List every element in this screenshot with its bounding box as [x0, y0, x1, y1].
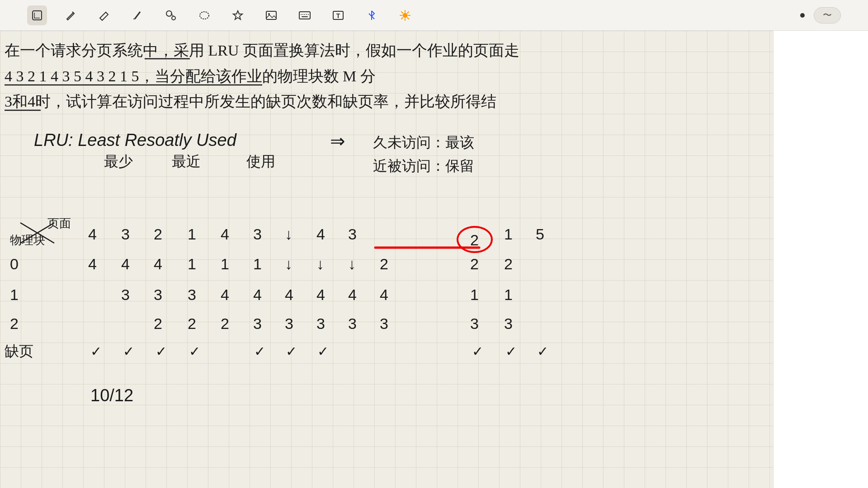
wave-icon: 〜 [823, 9, 832, 21]
selection-tool-button[interactable] [27, 5, 47, 25]
svg-line-23 [407, 12, 409, 13]
svg-rect-5 [266, 11, 276, 19]
svg-marker-4 [233, 11, 242, 19]
lasso-tool-button[interactable] [194, 5, 214, 25]
svg-rect-7 [299, 12, 310, 19]
pen-tool-button[interactable] [61, 5, 80, 25]
svg-text:T: T [336, 12, 340, 19]
svg-rect-0 [33, 11, 42, 20]
svg-line-21 [401, 12, 403, 13]
highlighter-tool-button[interactable] [127, 5, 147, 25]
svg-line-24 [401, 18, 403, 19]
keyboard-tool-button[interactable] [295, 5, 315, 25]
eraser-tool-button[interactable] [94, 5, 114, 25]
grid-background [0, 31, 868, 488]
svg-point-3 [200, 12, 209, 19]
image-tool-button[interactable] [261, 5, 281, 25]
shape-tool-button[interactable] [161, 5, 181, 25]
svg-point-2 [172, 16, 175, 20]
right-panel [773, 31, 868, 488]
text-tool-button[interactable]: T [328, 5, 348, 25]
wave-button[interactable]: 〜 [814, 7, 841, 23]
brightness-button[interactable] [395, 5, 415, 25]
bluetooth-button[interactable] [362, 5, 382, 25]
svg-line-22 [407, 18, 409, 19]
svg-point-16 [403, 13, 407, 18]
toolbar: T 〜 [0, 0, 868, 31]
canvas-area[interactable]: 在一个请求分页系统中，采用 LRU 页面置换算法时，假如一个作业的页面走 4 3… [0, 31, 868, 488]
star-tool-button[interactable] [228, 5, 248, 25]
dot-indicator [800, 13, 805, 18]
